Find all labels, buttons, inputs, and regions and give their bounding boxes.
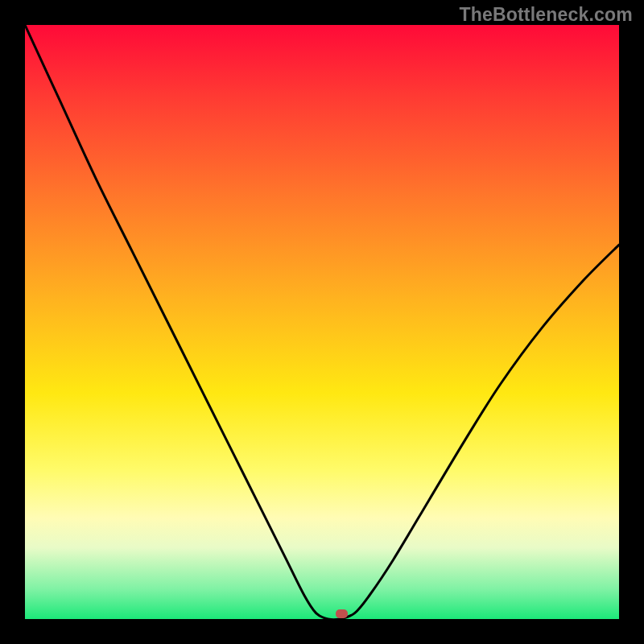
plot-area bbox=[25, 25, 619, 619]
bottleneck-curve bbox=[25, 25, 619, 619]
chart-frame: TheBottleneck.com bbox=[0, 0, 644, 644]
watermark-text: TheBottleneck.com bbox=[459, 4, 633, 26]
optimal-point-marker bbox=[336, 609, 348, 618]
